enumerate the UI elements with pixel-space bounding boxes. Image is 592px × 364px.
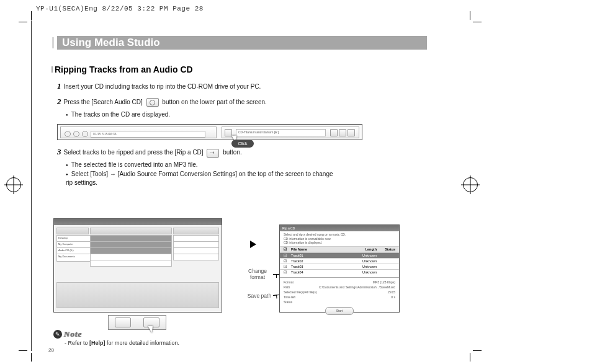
crop-tick bbox=[473, 22, 482, 22]
label-change-format: Change format bbox=[242, 268, 273, 280]
step-3-bullet-1: The selected file is converted into an M… bbox=[66, 161, 427, 170]
player-panel: 01/15 3:15/46:36 bbox=[60, 127, 217, 138]
cell-length: Unknown bbox=[352, 270, 377, 274]
list-header bbox=[90, 228, 172, 234]
device-dropdown: CD-Titanium and titanium [E:] bbox=[236, 129, 326, 136]
col-filename: File Name bbox=[291, 247, 352, 251]
crop-tick bbox=[470, 11, 470, 20]
screenshot-toolbar: 01/15 3:15/46:36 CD-Titanium and titaniu… bbox=[57, 124, 362, 140]
panel-button bbox=[330, 129, 338, 136]
cell-length: Unknown bbox=[352, 259, 377, 263]
screenshot-rip-dialog: Rip a CD Select and rip a desired song o… bbox=[279, 224, 400, 313]
cell-filename: Track03 bbox=[291, 265, 352, 269]
imposition-header-text: YP-U1(SECA)Eng 8/22/05 3:22 PM Page 28 bbox=[36, 5, 204, 12]
registration-mark bbox=[463, 177, 478, 192]
dialog-table-row: ☑ Track04 Unknown bbox=[280, 269, 399, 275]
dialog-table-row: ☑ Track01 Unknown bbox=[280, 252, 399, 258]
cell-length: Unknown bbox=[352, 254, 377, 257]
step-number: 2 bbox=[57, 97, 61, 106]
chapter-title: Using Media Studio bbox=[62, 36, 160, 50]
player-button bbox=[82, 131, 88, 137]
step-number: 3 bbox=[57, 147, 61, 156]
screenshot-button-bar bbox=[108, 315, 166, 330]
bottom-pane bbox=[56, 282, 219, 308]
label-change-format-text: Change format bbox=[248, 268, 267, 280]
cell-status bbox=[377, 265, 395, 269]
setting-label: Time left bbox=[284, 295, 295, 299]
step-1: 1Insert your CD including tracks to rip … bbox=[57, 81, 427, 92]
col-check: ☑ bbox=[284, 247, 291, 251]
step-text: Select tracks to be ripped and press the… bbox=[64, 149, 205, 156]
note-block: ✎Note - Refer to [Help] for more detaile… bbox=[53, 329, 179, 346]
panel-button bbox=[348, 129, 355, 136]
device-panel: CD-Titanium and titanium [E:] bbox=[222, 127, 359, 138]
registration-mark bbox=[6, 177, 21, 192]
label-save-path: Save path bbox=[241, 293, 278, 299]
note-icon: ✎ bbox=[53, 330, 62, 339]
list-row bbox=[90, 260, 172, 267]
step-2-bullet-1: The tracks on the CD are displayed. bbox=[66, 110, 427, 120]
label-save-path-text: Save path bbox=[248, 293, 271, 299]
step-3-bullet-2: Select [Tools] → [Audio Source Format Co… bbox=[66, 170, 339, 188]
player-button bbox=[73, 131, 79, 137]
rip-cd-icon bbox=[207, 149, 219, 158]
setting-value: MP3 (128 Kbps) bbox=[373, 280, 395, 284]
search-cd-button bbox=[115, 317, 131, 327]
player-display: 01/15 3:15/46:36 bbox=[91, 131, 205, 138]
dialog-table-header: ☑ File Name Length Status bbox=[280, 246, 399, 252]
section-heading-text: Ripping Tracks from an Audio CD bbox=[55, 64, 193, 74]
setting-label: Path bbox=[284, 285, 290, 289]
chapter-title-bar: Using Media Studio bbox=[48, 35, 427, 52]
step-text: button on the lower part of the screen. bbox=[161, 99, 267, 105]
crop-tick bbox=[19, 350, 27, 351]
search-cd-icon bbox=[146, 98, 159, 107]
cell-filename: Track02 bbox=[291, 259, 352, 263]
setting-value: 15/15 bbox=[387, 290, 395, 294]
page-number: 28 bbox=[48, 347, 54, 353]
click-callout: Click bbox=[231, 140, 254, 148]
panel-button bbox=[339, 129, 346, 136]
setting-value: 0 s bbox=[391, 295, 395, 299]
title-lead-bar bbox=[52, 37, 54, 48]
section-lead-bar: I bbox=[51, 64, 53, 74]
cell-status bbox=[377, 254, 395, 257]
step-text: Press the [Search Audio CD] bbox=[64, 99, 145, 105]
note-text: - Refer to [Help] for more detailed info… bbox=[65, 340, 179, 346]
dialog-table-row: ☑ Track02 Unknown bbox=[280, 258, 399, 264]
dialog-settings: FormatMP3 (128 Kbps) PathC:\Documents an… bbox=[280, 277, 399, 315]
crop-tick bbox=[470, 353, 470, 362]
step-text: Insert your CD including tracks to rip i… bbox=[64, 83, 261, 90]
cell-status bbox=[377, 259, 395, 263]
arrow-right-icon bbox=[250, 241, 256, 248]
pane-header bbox=[56, 228, 89, 234]
player-button bbox=[65, 131, 71, 137]
screenshot-app-window: Desktop My Computer Audio CD (E:) My Doc… bbox=[53, 218, 222, 313]
tree-item: My Documents bbox=[56, 254, 91, 262]
dialog-table-row: ☑ Track03 Unknown bbox=[280, 264, 399, 269]
setting-label: Format bbox=[284, 280, 294, 284]
cell-status bbox=[377, 270, 395, 274]
crop-tick bbox=[473, 350, 482, 351]
dialog-titlebar: Rip a CD bbox=[280, 225, 399, 231]
step-2: 2Press the [Search Audio CD] button on t… bbox=[57, 96, 427, 108]
crop-tick bbox=[31, 353, 32, 362]
setting-label: Selected file(s)/All file(s) bbox=[284, 290, 317, 294]
step-text: button. bbox=[221, 149, 241, 156]
setting-label: Status bbox=[284, 300, 292, 304]
dialog-hint-line: CD information is displayed. bbox=[284, 241, 395, 245]
device-row bbox=[173, 254, 219, 260]
imposition-header: YP-U1(SECA)Eng 8/22/05 3:22 PM Page 28 bbox=[36, 5, 204, 12]
col-status: Status bbox=[377, 247, 395, 251]
dialog-hint: Select and rip a desired song on a music… bbox=[280, 231, 399, 246]
app-titlebar bbox=[54, 219, 222, 225]
cell-filename: Track04 bbox=[291, 270, 352, 274]
step-number: 1 bbox=[57, 81, 61, 91]
crop-tick bbox=[19, 22, 27, 22]
note-label: Note bbox=[64, 329, 82, 339]
frame-line bbox=[31, 20, 32, 351]
setting-value: C:\Documents and Settings\Administrator\… bbox=[319, 285, 395, 289]
cell-filename: Track01 bbox=[291, 254, 352, 257]
crop-tick bbox=[31, 11, 32, 20]
section-heading: IRipping Tracks from an Audio CD bbox=[51, 64, 427, 74]
col-length: Length bbox=[352, 247, 377, 251]
